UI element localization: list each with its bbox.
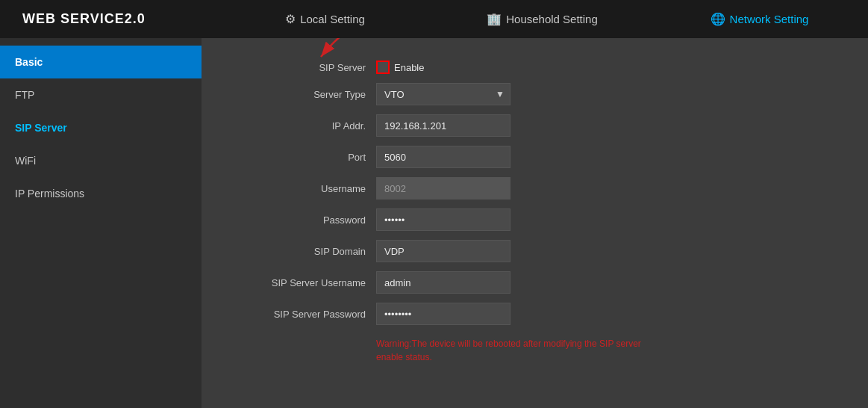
- sidebar: Basic FTP SIP Server WiFi IP Permissions: [0, 38, 202, 408]
- top-navigation: WEB SERVICE2.0 ⚙ Local Setting 🏢 Househo…: [0, 0, 868, 38]
- nav-item-local-label: Local Setting: [300, 13, 365, 25]
- sip-server-password-label: SIP Server Password: [246, 309, 366, 320]
- sip-server-username-input[interactable]: [376, 271, 511, 294]
- content-area: SIP Server Enable Server Type VTO ▼ IP A…: [202, 38, 868, 408]
- nav-item-network[interactable]: 🌐 Network Setting: [651, 0, 868, 38]
- main-layout: Basic FTP SIP Server WiFi IP Permissions…: [0, 38, 868, 408]
- server-type-row: Server Type VTO ▼: [246, 83, 823, 105]
- sidebar-item-ip-permissions[interactable]: IP Permissions: [0, 177, 202, 210]
- sip-server-enable-row: SIP Server Enable: [246, 61, 823, 74]
- nav-item-household-label: Household Setting: [506, 13, 598, 25]
- port-row: Port: [246, 146, 823, 168]
- password-input[interactable]: [376, 208, 511, 231]
- nav-item-network-label: Network Setting: [730, 13, 809, 25]
- sidebar-item-ftp[interactable]: FTP: [0, 78, 202, 111]
- server-type-label: Server Type: [246, 89, 366, 100]
- enable-checkbox[interactable]: [376, 61, 390, 74]
- sidebar-item-wifi[interactable]: WiFi: [0, 144, 202, 177]
- server-type-select-wrapper: VTO ▼: [376, 83, 511, 105]
- ip-addr-label: IP Addr.: [246, 120, 366, 132]
- warning-message: Warning:The device will be rebooted afte…: [376, 337, 660, 364]
- nav-item-household[interactable]: 🏢 Household Setting: [434, 0, 651, 38]
- ip-addr-input[interactable]: [376, 114, 511, 137]
- password-row: Password: [246, 208, 823, 231]
- username-label: Username: [246, 183, 366, 194]
- sidebar-item-sip-server[interactable]: SIP Server: [0, 111, 202, 144]
- enable-container: Enable: [376, 61, 424, 74]
- sip-server-label: SIP Server: [246, 62, 366, 73]
- port-label: Port: [246, 152, 366, 163]
- gear-icon: ⚙: [285, 12, 296, 26]
- sip-server-username-label: SIP Server Username: [246, 277, 366, 288]
- sip-server-username-row: SIP Server Username: [246, 271, 823, 294]
- enable-label: Enable: [394, 62, 424, 73]
- sip-domain-input[interactable]: [376, 240, 511, 262]
- port-input[interactable]: [376, 146, 511, 168]
- username-input[interactable]: [376, 177, 511, 200]
- sip-server-password-input[interactable]: [376, 303, 511, 325]
- sidebar-item-basic[interactable]: Basic: [0, 46, 202, 78]
- nav-items: ⚙ Local Setting 🏢 Household Setting 🌐 Ne…: [216, 0, 868, 38]
- building-icon: 🏢: [487, 12, 502, 26]
- password-label: Password: [246, 214, 366, 226]
- sip-server-password-row: SIP Server Password: [246, 303, 823, 325]
- globe-icon: 🌐: [711, 12, 725, 26]
- brand-logo: WEB SERVICE2.0: [0, 11, 216, 27]
- server-type-select[interactable]: VTO: [376, 83, 511, 105]
- sip-domain-label: SIP Domain: [246, 246, 366, 257]
- ip-addr-row: IP Addr.: [246, 114, 823, 137]
- sip-domain-row: SIP Domain: [246, 240, 823, 262]
- nav-item-local[interactable]: ⚙ Local Setting: [216, 0, 434, 38]
- username-row: Username: [246, 177, 823, 200]
